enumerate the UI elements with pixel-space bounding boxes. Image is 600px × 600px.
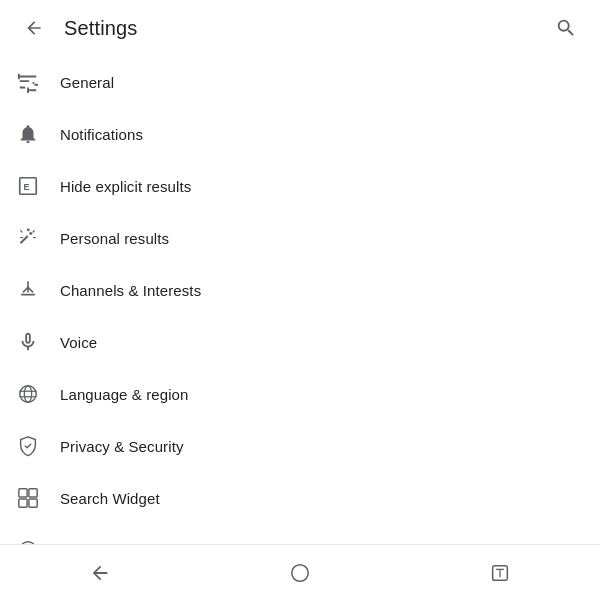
settings-menu: General Notifications E Hide explicit re… xyxy=(0,56,600,576)
search-widget-label: Search Widget xyxy=(60,490,160,507)
bottom-navigation xyxy=(0,544,600,600)
svg-text:E: E xyxy=(23,182,29,192)
nav-home-button[interactable] xyxy=(270,553,330,593)
channels-interests-label: Channels & Interests xyxy=(60,282,201,299)
header: Settings xyxy=(0,0,600,56)
channels-interests-icon xyxy=(16,278,40,302)
privacy-security-icon xyxy=(16,434,40,458)
notifications-icon xyxy=(16,122,40,146)
search-button[interactable] xyxy=(548,10,584,46)
svg-point-5 xyxy=(24,386,31,403)
personal-results-label: Personal results xyxy=(60,230,169,247)
svg-rect-8 xyxy=(19,489,27,497)
menu-item-notifications[interactable]: Notifications xyxy=(0,108,600,160)
svg-rect-11 xyxy=(29,499,37,507)
menu-item-general[interactable]: General xyxy=(0,56,600,108)
header-left: Settings xyxy=(16,10,137,46)
voice-icon xyxy=(16,330,40,354)
language-region-icon xyxy=(16,382,40,406)
search-widget-icon xyxy=(16,486,40,510)
hide-explicit-icon: E xyxy=(16,174,40,198)
menu-item-voice[interactable]: Voice xyxy=(0,316,600,368)
nav-recents-button[interactable] xyxy=(470,553,530,593)
menu-item-hide-explicit[interactable]: E Hide explicit results xyxy=(0,160,600,212)
voice-label: Voice xyxy=(60,334,97,351)
svg-rect-10 xyxy=(19,499,27,507)
menu-item-privacy-security[interactable]: Privacy & Security xyxy=(0,420,600,472)
language-region-label: Language & region xyxy=(60,386,188,403)
menu-item-personal-results[interactable]: Personal results xyxy=(0,212,600,264)
back-button[interactable] xyxy=(16,10,52,46)
general-icon xyxy=(16,70,40,94)
privacy-security-label: Privacy & Security xyxy=(60,438,184,455)
personal-results-icon xyxy=(16,226,40,250)
general-label: General xyxy=(60,74,114,91)
menu-item-search-widget[interactable]: Search Widget xyxy=(0,472,600,524)
svg-point-15 xyxy=(292,564,309,581)
menu-item-channels-interests[interactable]: Channels & Interests xyxy=(0,264,600,316)
notifications-label: Notifications xyxy=(60,126,143,143)
page-title: Settings xyxy=(64,17,137,40)
hide-explicit-label: Hide explicit results xyxy=(60,178,191,195)
nav-back-button[interactable] xyxy=(70,553,130,593)
menu-item-language-region[interactable]: Language & region xyxy=(0,368,600,420)
svg-rect-9 xyxy=(29,489,37,497)
svg-point-4 xyxy=(20,386,37,403)
